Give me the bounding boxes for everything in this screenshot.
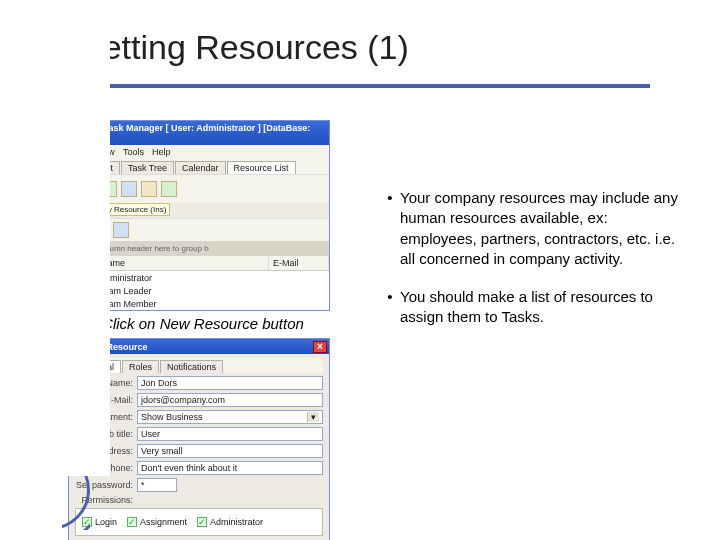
jobtitle-field[interactable]: User [137,427,323,441]
toolbar-btn[interactable] [141,181,157,197]
name-field[interactable]: Jon Dors [137,376,323,390]
slide-title-bar: Setting Resources (1) [80,28,650,88]
password-field[interactable]: * [137,478,177,492]
bullet-text: Your company resources may include any h… [400,188,680,269]
tab-resource-list[interactable]: Resource List [227,161,296,174]
tab-task-tree[interactable]: Task Tree [121,161,174,174]
bullet-item: •Your company resources may include any … [380,188,680,269]
department-field[interactable]: Show Business▾ [137,410,323,424]
perm-administrator[interactable]: ✓Administrator [197,517,263,527]
close-icon[interactable]: × [313,341,327,353]
toolbar-btn[interactable] [113,222,129,238]
tab-roles[interactable]: Roles [122,360,159,373]
menu-help[interactable]: Help [152,147,171,157]
address-field[interactable]: Very small [137,444,323,458]
toolbar-btn[interactable] [121,181,137,197]
perm-assignment[interactable]: ✓Assignment [127,517,187,527]
bullet-text: You should make a list of resources to a… [400,287,680,328]
dialog-tabs: General Roles Notifications [75,358,323,373]
tab-notifications[interactable]: Notifications [160,360,223,373]
right-column: •Your company resources may include any … [380,188,680,346]
bullet-item: •You should make a list of resources to … [380,287,680,328]
menu-tools[interactable]: Tools [123,147,144,157]
tab-calendar[interactable]: Calendar [175,161,226,174]
email-field[interactable]: jdors@company.com [137,393,323,407]
perm-login[interactable]: ✓Login [82,517,117,527]
toolbar-btn[interactable] [161,181,177,197]
permissions-box: ✓Login ✓Assignment ✓Administrator [75,508,323,536]
slide-title: Setting Resources (1) [80,28,650,67]
window-title: VIP Task Manager [ User: Administrator ]… [87,123,325,143]
chevron-down-icon[interactable]: ▾ [307,412,319,422]
phone-field[interactable]: Don't even think about it [137,461,323,475]
col-email[interactable]: E-Mail [269,256,329,270]
col-name[interactable]: Name [97,256,269,270]
